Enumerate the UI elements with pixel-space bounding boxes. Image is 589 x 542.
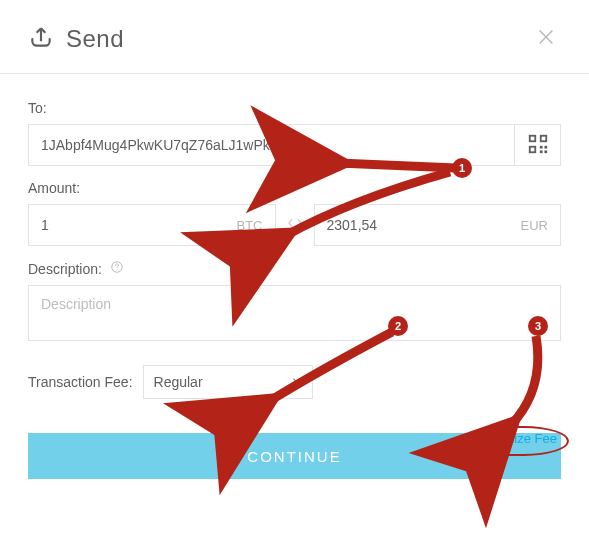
svg-rect-7	[544, 145, 547, 148]
amount-row: BTC EUR	[28, 204, 561, 246]
fee-row: Transaction Fee: Regular	[28, 365, 561, 399]
dialog-header: Send	[0, 0, 589, 74]
crypto-amount-input[interactable]	[41, 217, 237, 233]
fee-select[interactable]: Regular	[143, 365, 313, 399]
customize-fee-link[interactable]: Customize Fee	[470, 431, 557, 446]
close-button[interactable]	[531, 22, 561, 55]
svg-point-11	[116, 269, 117, 270]
fee-selected-value: Regular	[154, 374, 203, 390]
dialog-title: Send	[66, 25, 124, 53]
fiat-amount-box: EUR	[314, 204, 562, 246]
to-label: To:	[28, 100, 561, 116]
fiat-unit: EUR	[521, 218, 548, 233]
svg-rect-5	[530, 147, 534, 151]
title-wrap: Send	[28, 24, 124, 54]
to-row	[28, 124, 561, 166]
qr-icon	[527, 133, 549, 158]
fiat-amount-input[interactable]	[327, 217, 521, 233]
fee-label: Transaction Fee:	[28, 374, 133, 390]
crypto-unit: BTC	[237, 218, 263, 233]
send-icon	[28, 24, 54, 54]
crypto-amount-box: BTC	[28, 204, 276, 246]
svg-rect-6	[540, 145, 543, 148]
svg-rect-9	[544, 150, 547, 153]
chevron-down-icon	[290, 374, 304, 391]
svg-rect-3	[541, 136, 545, 140]
description-field: Description:	[28, 260, 561, 345]
description-input[interactable]	[28, 285, 561, 341]
dialog-body: To: Amount: BTC	[0, 74, 589, 407]
send-dialog: Send To: Amount: BTC	[0, 0, 589, 542]
description-label: Description:	[28, 260, 561, 277]
swap-icon	[286, 214, 304, 236]
svg-rect-8	[540, 150, 543, 153]
amount-field: Amount: BTC EUR	[28, 180, 561, 246]
svg-rect-1	[530, 136, 534, 140]
close-icon	[535, 36, 557, 51]
help-icon[interactable]	[110, 260, 124, 274]
to-input[interactable]	[28, 124, 515, 166]
amount-label: Amount:	[28, 180, 561, 196]
qr-button[interactable]	[515, 124, 561, 166]
to-field: To:	[28, 100, 561, 166]
